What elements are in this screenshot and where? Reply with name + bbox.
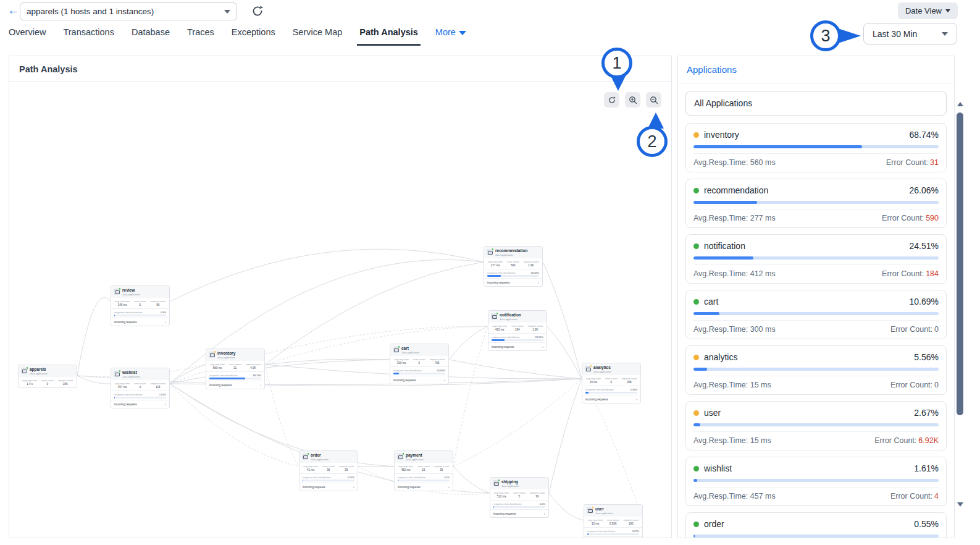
tab-service-map[interactable]: Service Map <box>293 27 343 46</box>
time-range-select[interactable]: Last 30 Min <box>863 23 957 44</box>
stat-value: 245 ms <box>115 303 130 306</box>
service-node-user[interactable]: user Java application avg resp time15 ms… <box>584 504 643 538</box>
application-card-user[interactable]: user 2.67% Avg.Resp.Time: 15 ms Error Co… <box>685 401 947 450</box>
stat-label: avg resp time <box>303 465 318 468</box>
tab-database[interactable]: Database <box>132 27 170 46</box>
application-icon <box>21 368 27 374</box>
service-node-footer[interactable]: incoming requests › <box>111 400 169 408</box>
application-card-notification[interactable]: notification 24.51% Avg.Resp.Time: 412 m… <box>685 234 947 284</box>
service-node-wishlist[interactable]: wishlist Java application avg resp time4… <box>111 368 170 408</box>
refresh-icon[interactable] <box>251 4 264 18</box>
service-node-footer[interactable]: incoming requests › <box>488 342 547 350</box>
application-selector[interactable]: apparels (1 hosts and 1 instances) <box>20 2 237 20</box>
incoming-label: incoming requests <box>487 281 510 284</box>
stat-label: error count <box>417 465 429 468</box>
status-dot <box>693 466 699 471</box>
service-node-stats: avg resp time452 ms error count19 reques… <box>395 463 453 474</box>
service-node-notification[interactable]: notification Java application avg resp t… <box>488 310 547 351</box>
incoming-label: incoming requests <box>209 384 232 387</box>
tab-transactions[interactable]: Transactions <box>63 27 114 46</box>
application-card-cart[interactable]: cart 10.69% Avg.Resp.Time: 300 ms Error … <box>685 290 947 339</box>
service-node-inventory[interactable]: inventory Java application avg resp time… <box>206 349 265 389</box>
tab-more[interactable]: More <box>435 27 466 46</box>
service-node-header: notification Java application <box>488 311 547 323</box>
service-node-apparels[interactable]: apparels Java application avg resp time1… <box>18 365 77 388</box>
service-node-distribution: response time distribution26.06% <box>484 269 542 278</box>
tab-traces[interactable]: Traces <box>187 27 214 46</box>
service-node-footer[interactable]: incoming requests › <box>395 483 453 491</box>
service-node-header: cart Java application <box>390 344 448 356</box>
distribution-bar <box>303 480 354 481</box>
service-node-review[interactable]: review Java application avg resp time245… <box>111 285 170 326</box>
stat-value: 560 ms <box>210 366 225 370</box>
tab-exceptions[interactable]: Exceptions <box>232 27 275 46</box>
distribution-bar <box>587 533 639 535</box>
traffic-bar <box>693 423 939 426</box>
distribution-bar <box>393 373 445 374</box>
stat-value: 0 <box>134 303 146 306</box>
back-arrow-icon[interactable]: ← <box>7 4 19 17</box>
service-node-footer[interactable]: incoming requests › <box>584 536 642 538</box>
status-dot <box>402 452 405 455</box>
service-node-footer[interactable]: incoming requests › <box>206 381 264 389</box>
stat-value: 36 <box>322 468 334 471</box>
status-dot <box>693 132 699 138</box>
stat-value: 398 <box>622 381 637 384</box>
path-analysis-canvas[interactable]: apparels Java application avg resp time1… <box>9 82 671 538</box>
application-card-recommendation[interactable]: recommendation 26.06% Avg.Resp.Time: 277… <box>685 179 947 228</box>
stat-label: error count <box>511 324 523 327</box>
traffic-bar <box>693 368 939 371</box>
scroll-up-icon[interactable] <box>957 102 963 106</box>
service-node-distribution: response time distribution2.67% <box>584 527 642 536</box>
application-card-wishlist[interactable]: wishlist 1.61% Avg.Resp.Time: 457 ms Err… <box>685 457 947 506</box>
stat-label: error count <box>605 377 617 380</box>
distribution-bar <box>209 378 261 379</box>
service-node-payment[interactable]: payment Java application avg resp time45… <box>394 450 453 491</box>
service-node-footer[interactable]: incoming requests › <box>299 483 358 491</box>
stat-value: 1.4 s <box>22 382 37 386</box>
application-card-order[interactable]: order 0.55% Avg.Resp.Time: 41 ms Error C… <box>685 512 947 538</box>
stat-value: 0 <box>41 382 53 386</box>
application-icon <box>397 454 403 460</box>
scrollbar-thumb[interactable] <box>957 112 963 415</box>
status-dot <box>496 312 499 315</box>
stat-value: 4.9K <box>246 366 261 370</box>
stat-label: request count <box>530 491 545 494</box>
application-percent: 1.61% <box>914 463 939 473</box>
service-node-subtitle: Java application <box>500 318 521 321</box>
service-node-cart[interactable]: cart Java application avg resp time300 m… <box>390 344 449 384</box>
all-applications-filter[interactable]: All Applications <box>685 91 947 116</box>
error-count: Error Count:0 <box>890 325 939 334</box>
annotation-2-number: 2 <box>637 126 668 157</box>
tab-path-analysis[interactable]: Path Analysis <box>359 27 418 46</box>
status-dot <box>492 248 495 251</box>
service-node-footer[interactable]: incoming requests › <box>484 278 542 286</box>
incoming-label: incoming requests <box>303 486 325 489</box>
service-node-name: notification <box>500 313 521 318</box>
application-card-analytics[interactable]: analytics 5.56% Avg.Resp.Time: 15 ms Err… <box>685 345 947 395</box>
distribution-label: response time distribution <box>487 271 516 274</box>
stat-label: request count <box>151 382 165 385</box>
stat-label: error count <box>513 491 525 494</box>
stat-label: avg resp time <box>394 358 409 361</box>
service-node-distribution: response time distribution0.5% <box>490 500 548 509</box>
service-node-footer[interactable]: incoming requests › <box>111 318 169 326</box>
service-node-shipping[interactable]: shipping Java application avg resp time5… <box>490 477 549 518</box>
application-card-inventory[interactable]: inventory 68.74% Avg.Resp.Time: 560 ms E… <box>685 123 947 172</box>
service-node-footer[interactable]: incoming requests › <box>582 395 640 403</box>
tab-overview[interactable]: Overview <box>9 27 46 46</box>
date-view-button[interactable]: Date View <box>898 2 958 19</box>
service-node-subtitle: Java application <box>495 253 527 256</box>
annotation-1-number: 1 <box>601 48 632 78</box>
service-node-order[interactable]: order Java application avg resp time41 m… <box>299 450 358 491</box>
service-node-footer[interactable]: incoming requests › <box>390 376 448 384</box>
service-node-recommendation[interactable]: recommendation Java application avg resp… <box>484 246 543 287</box>
chevron-right-icon: › <box>165 320 166 324</box>
service-node-header: review Java application <box>111 286 169 298</box>
scroll-down-icon[interactable] <box>957 502 963 507</box>
service-node-footer[interactable]: incoming requests › <box>490 509 548 517</box>
incoming-label: incoming requests <box>492 345 514 349</box>
chevron-down-icon <box>942 32 948 36</box>
scrollbar[interactable] <box>956 99 965 519</box>
service-node-analytics[interactable]: analytics Java application avg resp time… <box>582 363 641 403</box>
